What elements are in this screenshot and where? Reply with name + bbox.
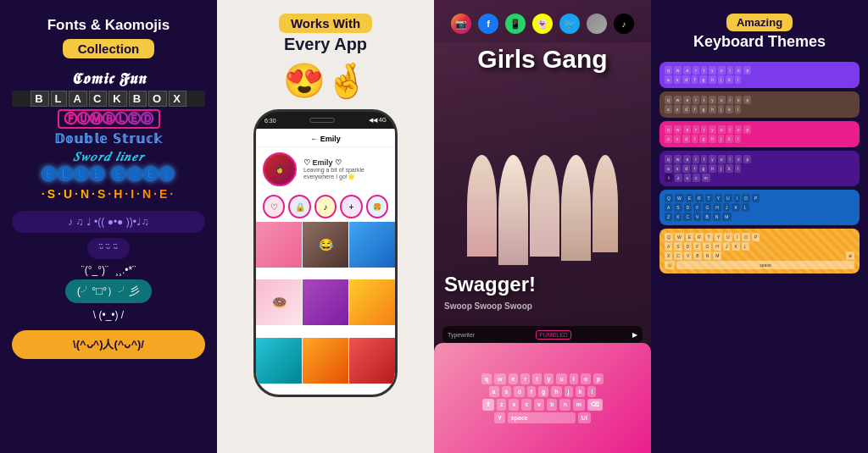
theme-pink: qwertyuiop asdfghjkl	[659, 121, 860, 147]
story-heart: ♡	[263, 195, 285, 218]
kaomoji-1: ᵕ̈ ᵕ̈ ᵕ̈	[87, 238, 130, 259]
grid-cell-7	[256, 338, 302, 384]
theme-yellow: QWERTYUIOP ASDFGHJKL XCVBNM ⊗ 😊 space	[659, 229, 860, 273]
notch	[309, 118, 335, 123]
panel-works-with: Works With Every App 😍🤞 6:30 ◀◀ 4G ← Emi…	[217, 0, 434, 453]
facebook-icon: f	[478, 14, 498, 34]
twitter-icon: 🐦	[559, 14, 580, 34]
phone-mockup: 6:30 ◀◀ 4G ← Emily 👩 ♡ Emily ♡ Leaving a…	[253, 109, 398, 397]
profile-bio: ♡ Emily ♡ Leaving a bit of sparkle every…	[303, 158, 380, 181]
theme-brown: qwertyuiop asdfghjkl	[659, 91, 860, 118]
phone-screen: ← Emily 👩 ♡ Emily ♡ Leaving a bit of spa…	[256, 129, 395, 395]
grid-cell-5	[303, 279, 348, 325]
panel1-badge: Collection	[63, 39, 155, 58]
font-blueeyes: 🅑🅛🅤🅔 🅔🅨🅔🅢	[12, 167, 205, 185]
panel2-badge: Works With	[279, 14, 372, 33]
panel2-emoji: 😍🤞	[283, 61, 368, 101]
avatar: 👩	[263, 152, 297, 186]
font-doublestruck: 𝔻𝕠𝕦𝕓𝕝𝕖 𝕊𝕥𝕣𝕦𝕔𝕜	[12, 131, 205, 146]
panel-keyboard-themes: Amazing Keyboard Themes qwertyuiop asdfg…	[651, 0, 868, 453]
story-extra: 🍔	[366, 195, 388, 218]
theme-blue: QWERTYUIOP ASDFGHJKL ZXCVBNM	[659, 190, 860, 225]
theme-dark-purple: qwertyuiop asdfghjkl ⇧zxcm	[659, 151, 860, 186]
phone-status-bar: 6:30 ◀◀ 4G	[256, 112, 395, 129]
swoop-text: Swoop Swoop Swoop	[444, 301, 532, 311]
grid-cell-1	[256, 222, 302, 268]
girls-gang-text: Girls Gang	[477, 47, 607, 72]
instagram-icon: 📷	[451, 14, 471, 34]
font-swordliner: 𝑆𝑤𝑜𝑟𝑑 𝑙𝑖𝑛𝑒𝑟	[12, 149, 205, 164]
typewriter-bar: Typewriter FUMBLED ▶	[442, 326, 643, 343]
grid-cell-9	[349, 338, 395, 384]
font-blackbox: BLACKBOX	[12, 91, 205, 107]
story-row: ♡ 🔒 ♪ + 🍔	[256, 191, 395, 222]
insta-header: ← Emily	[256, 129, 395, 147]
photo-grid: 😂 🍩	[256, 222, 395, 395]
emoji-music-row: ♪ ♫ ♩ •(( ●•● ))•♩♫	[12, 211, 205, 233]
insta-profile: 👩 ♡ Emily ♡ Leaving a bit of sparkle eve…	[256, 147, 395, 191]
kaomoji-3: (╯°□°）╯彡	[65, 279, 153, 303]
story-plus: +	[340, 195, 362, 218]
women-silhouettes	[467, 155, 618, 265]
story-music: ♪	[314, 195, 337, 218]
pink-keyboard: q w e r t y u i o p a s d f g h j k l ⇧ …	[434, 343, 651, 453]
grid-cell-3	[349, 222, 395, 268]
snapchat-icon: 👻	[532, 14, 553, 34]
font-comic: 𝕮𝖔𝖒𝖎𝖈 𝕱𝖚𝖓	[12, 70, 205, 88]
font-sunshine: ·S·U·N·S·H·I·N·E·	[12, 187, 205, 201]
panel-fonts: Fonts & Kaomojis Collection 𝕮𝖔𝖒𝖎𝖈 𝕱𝖚𝖓 BL…	[0, 0, 217, 453]
photo-bg	[434, 42, 651, 343]
kaomoji-5: \(^ᴗ^)人(^ᴗ^)/	[12, 327, 205, 359]
grid-cell-8	[303, 338, 348, 384]
panel1-title: Fonts & Kaomojis	[47, 17, 170, 34]
grid-cell-4: 🍩	[256, 279, 302, 325]
swagger-text: Swagger!	[444, 273, 536, 296]
kaomoji-row-2: ¨(°_°)¨ ¸¸.•*¨	[81, 264, 136, 276]
social-icons-row: 📷 f 📱 👻 🐦 ♪	[451, 14, 634, 34]
panel2-title: Every App	[284, 35, 367, 54]
theme-purple: qwertyuiop asdfghjkl	[659, 62, 860, 88]
panel4-title: Keyboard Themes	[693, 33, 826, 52]
font-list: 𝕮𝖔𝖒𝖎𝖈 𝕱𝖚𝖓 BLACKBOX ⒻⓊⓂⒷⓁⒺⒹ 𝔻𝕠𝕦𝕓𝕝𝕖 𝕊𝕥𝕣𝕦𝕔𝕜…	[12, 70, 205, 201]
panel4-badge: Amazing	[726, 14, 793, 31]
whatsapp-icon: 📱	[505, 14, 526, 34]
story-lock: 🔒	[288, 195, 310, 218]
panel-girls-gang: 📷 f 📱 👻 🐦 ♪ Girls Gang Swagger! Swoop Sw…	[434, 0, 651, 453]
font-fumbled: ⒻⓊⓂⒷⓁⒺⒹ	[12, 109, 205, 129]
kaomoji-4: \ (•_•) /	[93, 307, 124, 322]
keyboard-stack: qwertyuiop asdfghjkl qwertyuiop asdfghjk…	[659, 62, 860, 273]
grid-cell-2: 😂	[303, 222, 348, 268]
tiktok-icon: ♪	[614, 14, 634, 34]
grid-cell-6	[349, 279, 395, 325]
avatar-icon	[587, 14, 607, 34]
